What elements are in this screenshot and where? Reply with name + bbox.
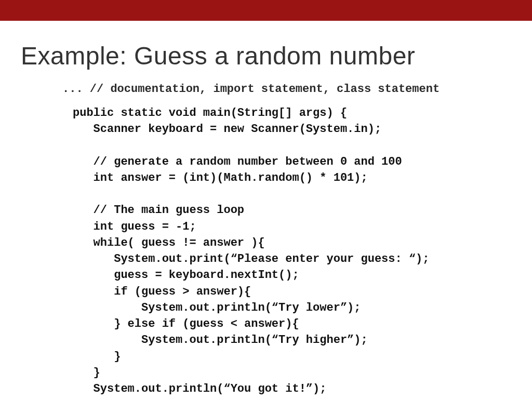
code-block: public static void main(String[] args) {… — [73, 105, 511, 399]
slide-title: Example: Guess a random number — [21, 42, 511, 70]
code-intro: ... // documentation, import statement, … — [62, 83, 511, 96]
slide-body: Example: Guess a random number ... // do… — [0, 21, 532, 399]
slide-top-bar — [0, 0, 532, 21]
